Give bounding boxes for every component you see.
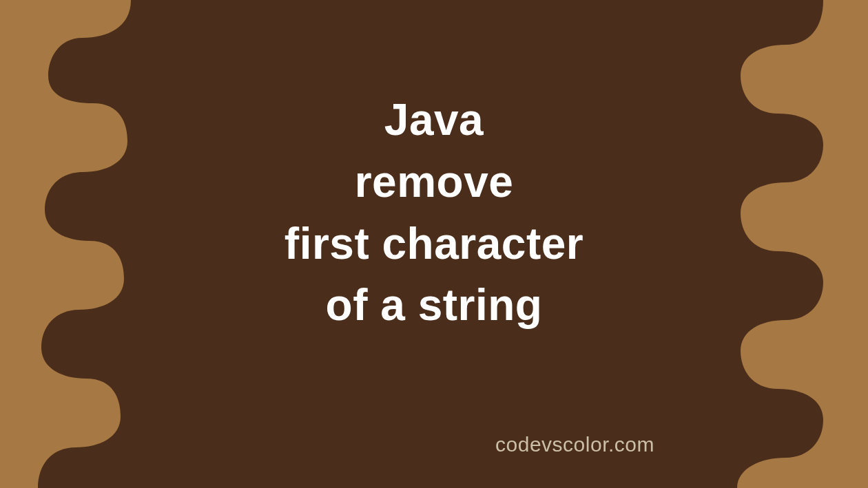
title-container: Java remove first character of a string — [0, 0, 868, 488]
title-line-2: remove — [355, 151, 514, 213]
title-line-3: first character — [285, 213, 583, 275]
title-line-1: Java — [384, 89, 484, 151]
title-line-4: of a string — [326, 275, 543, 337]
site-label: codevscolor.com — [495, 433, 654, 456]
